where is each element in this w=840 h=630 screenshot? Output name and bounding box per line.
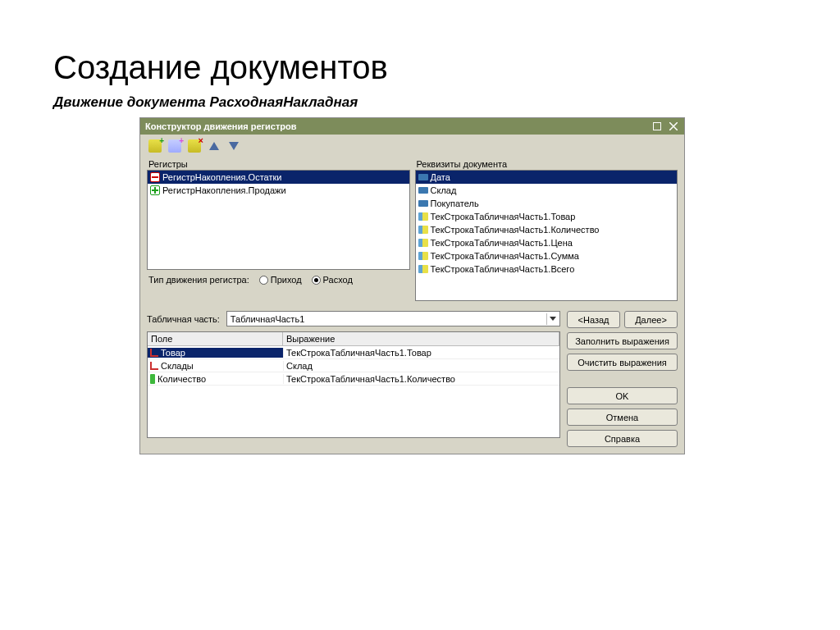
requisite-item[interactable]: ТекСтрокаТабличнаяЧасть1.Сумма — [416, 249, 678, 262]
requisite-label: ТекСтрокаТабличнаяЧасть1.Сумма — [431, 251, 579, 261]
radio-expense[interactable]: Расход — [312, 275, 353, 285]
tabular-attribute-icon — [418, 226, 428, 234]
tabular-attribute-icon — [418, 239, 428, 247]
move-down-button[interactable] — [226, 138, 242, 154]
cancel-button[interactable]: Отмена — [567, 409, 678, 426]
requisite-item[interactable]: ТекСтрокаТабличнаяЧасть1.Цена — [416, 236, 678, 249]
requisite-label: Дата — [431, 172, 450, 182]
plus-icon — [150, 185, 160, 195]
back-button[interactable]: <Назад — [567, 311, 620, 328]
clear-expressions-button[interactable]: Очистить выражения — [567, 354, 678, 371]
tabular-attribute-icon — [418, 212, 428, 221]
movement-type-label: Тип движения регистра: — [148, 275, 249, 285]
radio-income-label: Приход — [271, 275, 302, 285]
header-field: Поле — [148, 332, 283, 345]
add-register-button[interactable] — [147, 138, 163, 154]
requisite-label: ТекСтрокаТабличнаяЧасть1.Всего — [431, 264, 575, 274]
maximize-icon[interactable] — [651, 121, 663, 132]
movement-type-row: Тип движения регистра: Приход Расход — [147, 270, 410, 290]
registers-label: Регистры — [147, 158, 410, 170]
table-part-combo[interactable]: ТабличнаяЧасть1 — [226, 311, 560, 326]
field-name: Склады — [161, 361, 194, 371]
field-expression: ТекСтрокаТабличнаяЧасть1.Количество — [284, 374, 559, 384]
table-header: Поле Выражение — [148, 332, 559, 346]
tabular-attribute-icon — [418, 265, 428, 273]
radio-income[interactable]: Приход — [259, 275, 302, 285]
field-name: Количество — [158, 374, 206, 384]
table-part-value: ТабличнаяЧасть1 — [231, 314, 304, 324]
requisites-listbox[interactable]: Дата Склад Покупатель ТекСтрокаТабличная… — [415, 170, 678, 301]
svg-rect-0 — [654, 123, 661, 130]
resource-icon — [150, 374, 155, 384]
requisite-item[interactable]: ТекСтрокаТабличнаяЧасть1.Всего — [416, 262, 678, 276]
requisite-item[interactable]: Склад — [416, 184, 678, 197]
table-part-label: Табличная часть: — [147, 314, 220, 324]
minus-icon — [150, 172, 160, 182]
close-icon[interactable] — [668, 121, 679, 132]
move-up-button[interactable] — [206, 138, 222, 154]
requisite-item[interactable]: Дата — [416, 171, 678, 184]
fill-expressions-button[interactable]: Заполнить выражения — [567, 332, 678, 349]
toolbar — [140, 135, 684, 158]
help-button[interactable]: Справка — [567, 430, 678, 447]
register-item[interactable]: РегистрНакопления.Остатки — [148, 171, 409, 184]
page-title: Создание документов — [53, 49, 799, 86]
attribute-icon — [418, 200, 428, 207]
tabular-attribute-icon — [418, 252, 428, 260]
dimension-icon — [150, 349, 158, 357]
requisite-label: Покупатель — [431, 199, 479, 208]
requisite-label: ТекСтрокаТабличнаяЧасть1.Цена — [431, 238, 573, 248]
requisite-label: ТекСтрокаТабличнаяЧасть1.Товар — [431, 212, 576, 221]
field-name: Товар — [161, 348, 185, 358]
requisite-item[interactable]: Покупатель — [416, 197, 678, 210]
chevron-down-icon — [546, 313, 558, 325]
attribute-icon — [418, 187, 428, 194]
table-row[interactable]: Количество ТекСтрокаТабличнаяЧасть1.Коли… — [148, 372, 559, 386]
window-title: Конструктор движения регистров — [145, 118, 297, 135]
requisite-item[interactable]: ТекСтрокаТабличнаяЧасть1.Товар — [416, 210, 678, 223]
page-subtitle: Движение документа РасходнаяНакладная — [53, 94, 799, 111]
titlebar: Конструктор движения регистров — [140, 118, 684, 135]
fields-table[interactable]: Поле Выражение Товар ТекСтрокаТабличнаяЧ… — [147, 331, 560, 438]
requisite-label: ТекСтрокаТабличнаяЧасть1.Количество — [431, 225, 600, 235]
dimension-icon — [150, 362, 158, 370]
radio-icon — [312, 276, 321, 285]
register-item[interactable]: РегистрНакопления.Продажи — [148, 184, 409, 197]
svg-marker-3 — [550, 317, 556, 321]
requisites-label: Реквизиты документа — [415, 158, 678, 170]
field-expression: ТекСтрокаТабличнаяЧасть1.Товар — [284, 348, 559, 358]
ok-button[interactable]: OK — [567, 387, 678, 404]
field-expression: Склад — [284, 361, 559, 371]
dialog-window: Конструктор движения регистров Регистры — [139, 117, 685, 454]
registers-listbox[interactable]: РегистрНакопления.Остатки РегистрНакопле… — [147, 170, 410, 270]
attribute-icon — [418, 174, 428, 180]
requisite-item[interactable]: ТекСтрокаТабличнаяЧасть1.Количество — [416, 223, 678, 236]
delete-register-button[interactable] — [186, 138, 203, 154]
next-button[interactable]: Далее> — [624, 311, 678, 328]
requisite-label: Склад — [431, 185, 457, 195]
register-label: РегистрНакопления.Остатки — [162, 172, 281, 182]
table-row[interactable]: Товар ТекСтрокаТабличнаяЧасть1.Товар — [148, 346, 559, 359]
header-expression: Выражение — [283, 332, 559, 345]
table-row[interactable]: Склады Склад — [148, 359, 559, 372]
add-from-list-button[interactable] — [167, 138, 183, 154]
register-label: РегистрНакопления.Продажи — [162, 185, 286, 195]
radio-icon — [259, 276, 268, 285]
radio-expense-label: Расход — [323, 275, 353, 285]
